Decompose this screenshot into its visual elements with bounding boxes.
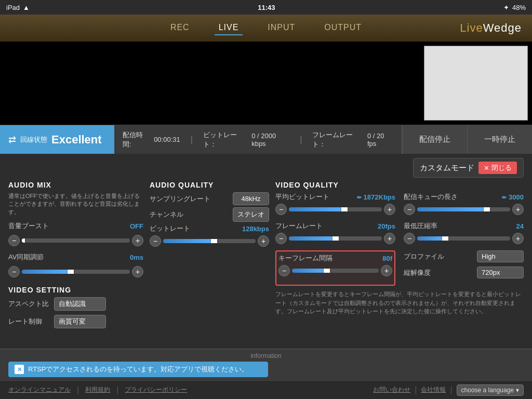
keyframe-item: キーフレーム間隔 80f − + xyxy=(275,250,395,286)
stream-icon: ⇄ xyxy=(8,134,16,145)
vq-grid: 平均ビットレート ✏ 1872Kbps − xyxy=(275,192,524,286)
delivery-queue-increase-button[interactable]: + xyxy=(512,204,524,215)
tab-output[interactable]: OUTPUT xyxy=(320,21,366,35)
sync-row: AV同期調節 0ms xyxy=(8,252,143,262)
vq-framerate-slider-row: − + xyxy=(275,233,395,244)
delivery-queue-slider-track[interactable] xyxy=(417,207,510,211)
stream-status-label: 回線状態 xyxy=(20,135,47,144)
rate-label: レート制御 xyxy=(8,317,50,326)
header-nav: REC LIVE INPUT OUTPUT LiveLiveWedgeWedge xyxy=(0,15,532,42)
pause-stream-button[interactable]: 一時停止 xyxy=(467,125,532,154)
avg-bitrate-item: 平均ビットレート ✏ 1872Kbps − xyxy=(275,192,395,221)
custom-mode-label: カスタムモード xyxy=(420,163,474,173)
settings-area: カスタムモード ✕ 閉じる AUDIO MIX 通常はOFFで使います。値を上げ… xyxy=(0,154,532,349)
channel-value: ステレオ xyxy=(233,207,269,222)
stream-status-value: Excellent xyxy=(51,133,102,147)
vq-framerate-decrease-button[interactable]: − xyxy=(275,233,287,244)
tab-live[interactable]: LIVE xyxy=(215,21,243,35)
video-quality-title: VIDEO QUALITY xyxy=(275,181,524,189)
close-icon: ✕ xyxy=(484,164,489,172)
aspect-label: アスペクト比 xyxy=(8,299,50,309)
close-custom-mode-button[interactable]: ✕ 閉じる xyxy=(478,162,517,174)
aspect-row: アスペクト比 自動認識 xyxy=(8,297,143,311)
info-bar-title: information xyxy=(8,352,524,360)
framerate-label: フレームレート： xyxy=(312,130,363,149)
vq-framerate-slider-track[interactable] xyxy=(289,236,382,241)
boost-label: 音量ブースト xyxy=(8,221,49,231)
min-bitrate-increase-button[interactable]: + xyxy=(512,233,524,244)
delivery-queue-icon: ✏ xyxy=(502,194,507,201)
carrier-label: iPad xyxy=(6,4,20,11)
avg-bitrate-header: 平均ビットレート ✏ 1872Kbps xyxy=(275,192,395,202)
boost-row: 音量ブースト OFF xyxy=(8,221,143,231)
min-bitrate-decrease-button[interactable]: − xyxy=(404,233,415,244)
chevron-down-icon: ▾ xyxy=(516,387,519,394)
sync-increase-button[interactable]: + xyxy=(132,266,143,277)
preview-thumb xyxy=(424,46,528,121)
col-right: VIDEO QUALITY 平均ビットレート ✏ 1872Kbps − xyxy=(275,181,524,332)
settings-columns: AUDIO MIX 通常はOFFで使います。値を上げると音量を上げることができま… xyxy=(8,181,524,332)
footer-right: お問い合わせ | 会社情報 | choose a language ▾ xyxy=(373,384,524,396)
avg-bitrate-increase-button[interactable]: + xyxy=(384,204,395,215)
video-setting-title: VIDEO SETTING xyxy=(8,286,143,294)
status-right: ✦ 48% xyxy=(503,4,526,11)
channel-row: チャンネル ステレオ xyxy=(150,207,269,222)
wifi-icon: ▲ xyxy=(23,4,30,11)
delivery-queue-label: 配信キューの長さ xyxy=(404,192,458,202)
min-bitrate-value: 24 xyxy=(516,222,524,230)
info-bar: information ✕ RTSPでアクセスされるのを待っています。対応アプリ… xyxy=(0,349,532,380)
battery-label: 48% xyxy=(512,4,526,11)
stop-stream-button[interactable]: 配信停止 xyxy=(402,125,467,154)
footer-link-manual[interactable]: オンラインマニュアル xyxy=(8,385,71,395)
sync-slider-track[interactable] xyxy=(22,270,130,274)
boost-slider-track[interactable] xyxy=(22,238,130,243)
sampling-row: サンプリングレート 48kHz xyxy=(150,192,269,205)
boost-increase-button[interactable]: + xyxy=(132,235,143,246)
keyframe-increase-button[interactable]: + xyxy=(381,265,392,276)
col-left: AUDIO MIX 通常はOFFで使います。値を上げると音量を上げることができま… xyxy=(8,181,143,332)
footer-link-terms[interactable]: 利用規約 xyxy=(85,385,110,395)
footer-links: オンラインマニュアル | 利用規約 | プライバシーポリシー xyxy=(8,385,187,395)
stat-divider2: | xyxy=(300,135,302,144)
preview-area xyxy=(0,42,532,125)
avg-bitrate-value: ✏ 1872Kbps xyxy=(357,193,395,201)
tab-input[interactable]: INPUT xyxy=(263,21,299,35)
app-logo: LiveLiveWedgeWedge xyxy=(460,21,522,35)
sync-decrease-button[interactable]: − xyxy=(8,266,20,277)
resolution-value: 720px xyxy=(477,267,524,278)
info-bar-icon: ✕ xyxy=(15,365,24,374)
avg-bitrate-slider-row: − + xyxy=(275,204,395,215)
stream-status: ⇄ 回線状態 Excellent xyxy=(0,125,114,154)
aspect-value: 自動認識 xyxy=(54,297,106,311)
audio-bitrate-value: 128kbps xyxy=(242,225,269,233)
sampling-value: 48kHz xyxy=(233,192,269,205)
bitrate-value: 0 / 2000 kbps xyxy=(251,132,289,148)
delivery-queue-decrease-button[interactable]: − xyxy=(404,204,415,215)
min-bitrate-slider-track[interactable] xyxy=(417,236,510,241)
boost-decrease-button[interactable]: − xyxy=(8,235,20,246)
delivery-queue-item: 配信キューの長さ ✏ 3000 − + xyxy=(404,192,524,221)
language-select-button[interactable]: choose a language ▾ xyxy=(457,384,524,396)
keyframe-decrease-button[interactable]: − xyxy=(278,265,290,276)
min-bitrate-item: 最低圧縮率 24 − + xyxy=(404,221,524,250)
resolution-row: 縦解像度 720px xyxy=(404,267,524,278)
min-bitrate-slider-row: − + xyxy=(404,233,524,244)
avg-bitrate-decrease-button[interactable]: − xyxy=(275,204,287,215)
delivery-time-value: 00:00:31 xyxy=(154,136,180,143)
rate-value: 画質可変 xyxy=(54,315,106,328)
info-bar-message: RTSPでアクセスされるのを待っています。対応アプリで視聴ください。 xyxy=(28,365,248,374)
language-select-label: choose a language xyxy=(461,387,514,394)
bluetooth-icon: ✦ xyxy=(503,4,509,11)
footer-link-company[interactable]: 会社情報 xyxy=(421,385,446,394)
tab-rec[interactable]: REC xyxy=(166,21,194,35)
status-bar: iPad ▲ 11:43 ✦ 48% xyxy=(0,0,532,15)
keyframe-slider-track[interactable] xyxy=(292,269,379,273)
avg-bitrate-slider-track[interactable] xyxy=(289,207,382,211)
footer-link-contact[interactable]: お問い合わせ xyxy=(373,385,410,394)
audio-bitrate-increase-button[interactable]: + xyxy=(258,235,269,247)
footer-link-privacy[interactable]: プライバシーポリシー xyxy=(125,385,187,395)
vq-framerate-increase-button[interactable]: + xyxy=(384,233,395,244)
audio-bitrate-decrease-button[interactable]: − xyxy=(150,235,161,247)
audio-bitrate-slider-track[interactable] xyxy=(163,239,256,243)
delivery-queue-value: ✏ 3000 xyxy=(502,193,524,201)
